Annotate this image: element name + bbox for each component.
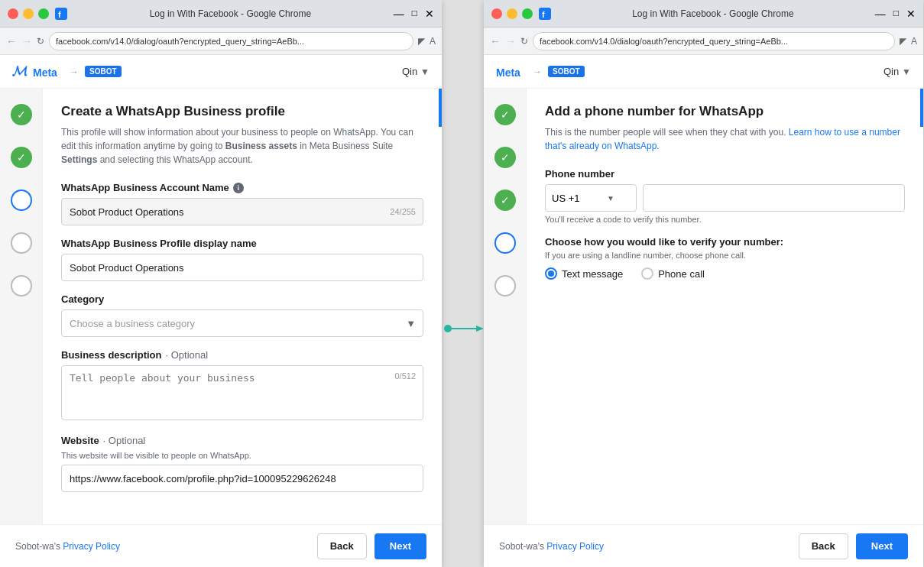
- phone-prefix-select[interactable]: US +1 UK +44 CN +86: [552, 193, 605, 204]
- description-textarea[interactable]: [61, 365, 423, 420]
- website-label: Website · Optional: [61, 435, 423, 446]
- right-title-text: Log in With Facebook - Google Chrome: [557, 8, 869, 19]
- translate-icon[interactable]: A: [430, 36, 436, 47]
- left-title-text: Log in With Facebook - Google Chrome: [73, 8, 387, 19]
- user-dropdown-icon[interactable]: ▼: [420, 66, 430, 77]
- verify-sublabel: If you are using a landline number, choo…: [545, 251, 905, 260]
- right-step-2: ✓: [494, 147, 516, 168]
- left-next-button[interactable]: Next: [374, 533, 426, 559]
- right-privacy-link[interactable]: Privacy Policy: [546, 541, 604, 552]
- description-char-count: 0/512: [394, 371, 416, 381]
- phone-hint-text: You'll receive a code to verify this num…: [545, 215, 905, 224]
- right-title-bar: f Log in With Facebook - Google Chrome —…: [484, 0, 923, 28]
- website-field-group: Website · Optional This website will be …: [61, 435, 423, 492]
- website-sublabel: This website will be visible to people o…: [61, 451, 423, 460]
- right-maximize-button[interactable]: [522, 8, 533, 19]
- nav-forward-icon[interactable]: →: [21, 35, 32, 47]
- right-url-input[interactable]: [533, 32, 895, 50]
- svg-text:Meta: Meta: [33, 66, 57, 79]
- account-name-input[interactable]: [61, 198, 423, 225]
- phone-call-radio[interactable]: [641, 267, 653, 280]
- cast-icon[interactable]: ◤: [418, 36, 425, 47]
- step-5: [11, 275, 32, 296]
- left-url-input[interactable]: [49, 32, 413, 50]
- account-name-label: WhatsApp Business Account Name i: [61, 182, 423, 193]
- left-back-button[interactable]: Back: [317, 533, 367, 559]
- left-address-bar: ← → ↻ ◤ A: [0, 28, 442, 55]
- left-privacy-link[interactable]: Privacy Policy: [63, 541, 120, 552]
- close-icon[interactable]: ✕: [425, 8, 434, 20]
- right-window-controls: [491, 8, 533, 19]
- right-close-button[interactable]: [491, 8, 502, 19]
- svg-text:f: f: [542, 10, 545, 19]
- right-privacy-text: Sobot-wa's Privacy Policy: [499, 541, 604, 552]
- right-next-button[interactable]: Next: [856, 533, 908, 559]
- right-main-content: Add a phone number for WhatsApp This is …: [527, 89, 923, 524]
- left-privacy-text: Sobot-wa's Privacy Policy: [15, 541, 120, 552]
- right-back-button[interactable]: Back: [799, 533, 848, 559]
- left-page-title: Create a WhatsApp Business profile: [61, 104, 423, 119]
- left-main-content: Create a WhatsApp Business profile This …: [43, 89, 442, 524]
- left-footer: Sobot-wa's Privacy Policy Back Next: [0, 524, 442, 567]
- window-controls: [8, 8, 49, 19]
- left-brand-bar: 𝓜 Meta → sobot Qin ▼: [0, 55, 442, 89]
- right-step-1: ✓: [494, 104, 516, 125]
- website-input[interactable]: [61, 465, 423, 492]
- right-nav-forward-icon[interactable]: →: [505, 35, 516, 47]
- right-page-subtitle: This is the number people will see when …: [545, 125, 905, 153]
- right-user-dropdown-icon[interactable]: ▼: [902, 66, 911, 77]
- account-name-input-wrapper: 24/255: [61, 198, 423, 225]
- svg-rect-0: [55, 8, 67, 20]
- right-close-icon[interactable]: ✕: [906, 8, 916, 20]
- blue-accent-bar: [439, 89, 442, 127]
- username-left: Qin: [402, 66, 417, 77]
- right-title-actions: — □ ✕: [875, 8, 916, 20]
- right-address-bar: ← → ↻ ◤ A: [484, 28, 923, 55]
- right-reload-icon[interactable]: ↻: [520, 36, 528, 47]
- right-footer-buttons: Back Next: [799, 533, 908, 559]
- text-message-radio[interactable]: [545, 267, 557, 280]
- verify-label: Choose how you would like to verify your…: [545, 236, 905, 248]
- minimize-button[interactable]: [23, 8, 34, 19]
- nav-back-icon[interactable]: ←: [6, 35, 17, 47]
- reload-icon[interactable]: ↻: [37, 36, 44, 47]
- maximize-button[interactable]: [38, 8, 49, 19]
- left-footer-buttons: Back Next: [317, 533, 426, 559]
- right-nav-back-icon[interactable]: ←: [490, 35, 501, 47]
- minimize-icon[interactable]: —: [394, 8, 404, 20]
- display-name-input[interactable]: [61, 254, 423, 281]
- phone-prefix-wrapper: US +1 UK +44 CN +86 ▼: [545, 184, 637, 212]
- right-brand-bar: Meta → sobot Qin ▼: [484, 55, 923, 89]
- right-restore-icon[interactable]: □: [893, 8, 899, 20]
- brand-arrow: →: [70, 66, 79, 77]
- title-actions: — □ ✕: [394, 8, 434, 20]
- text-message-label: Text message: [562, 268, 623, 280]
- left-title-bar: f Log in With Facebook - Google Chrome —…: [0, 0, 442, 28]
- right-page-title: Add a phone number for WhatsApp: [545, 104, 905, 119]
- right-stepper: ✓ ✓ ✓: [484, 89, 527, 524]
- category-field-group: Category Choose a business category ▼: [61, 293, 423, 337]
- svg-rect-6: [539, 8, 551, 20]
- description-textarea-wrapper: 0/512: [61, 365, 423, 423]
- right-content-area: ✓ ✓ ✓ Add a phone number for WhatsApp Th…: [484, 89, 923, 524]
- phone-call-option[interactable]: Phone call: [641, 267, 705, 280]
- account-name-info-icon[interactable]: i: [233, 183, 244, 193]
- arrow-connector: [442, 0, 484, 567]
- right-blue-accent-bar: [920, 89, 923, 127]
- right-browser-window: f Log in With Facebook - Google Chrome —…: [484, 0, 923, 567]
- text-message-option[interactable]: Text message: [545, 267, 623, 280]
- restore-icon[interactable]: □: [412, 8, 417, 20]
- description-field-group: Business description · Optional 0/512: [61, 349, 423, 423]
- left-browser-window: f Log in With Facebook - Google Chrome —…: [0, 0, 442, 567]
- connector-arrow-svg: [442, 321, 484, 336]
- right-cast-icon[interactable]: ◤: [900, 36, 906, 47]
- sobot-badge: sobot: [85, 66, 122, 77]
- phone-number-input[interactable]: [643, 184, 905, 212]
- close-button[interactable]: [8, 8, 18, 19]
- category-select[interactable]: Choose a business category: [61, 309, 423, 337]
- right-minimize-icon[interactable]: —: [875, 8, 886, 20]
- right-translate-icon[interactable]: A: [911, 36, 917, 47]
- phone-number-label: Phone number: [545, 168, 905, 180]
- right-minimize-button[interactable]: [507, 8, 517, 19]
- verification-field-group: Choose how you would like to verify your…: [545, 236, 905, 280]
